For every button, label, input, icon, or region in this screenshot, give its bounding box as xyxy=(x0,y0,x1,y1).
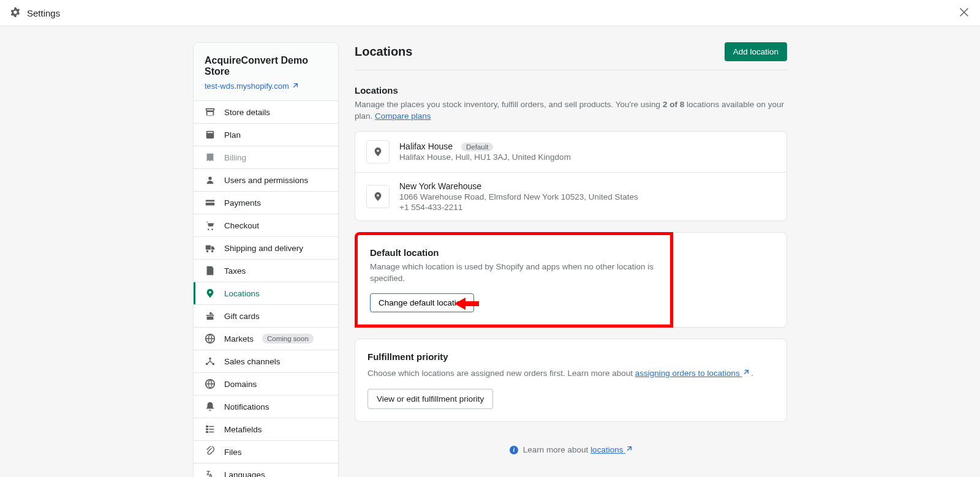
compare-plans-link[interactable]: Compare plans xyxy=(375,111,431,121)
locations-desc: Manage the places you stock inventory, f… xyxy=(355,99,787,122)
shop-name: AcquireConvert Demo Store xyxy=(205,55,327,77)
sidebar-item-domains[interactable]: Domains xyxy=(194,373,338,396)
topbar: Settings xyxy=(0,0,980,26)
locations-help-link[interactable]: locations xyxy=(590,445,632,454)
svg-point-2 xyxy=(209,358,211,360)
billing-icon xyxy=(205,152,216,163)
files-icon xyxy=(205,446,216,457)
sidebar-item-plan[interactable]: Plan xyxy=(194,124,338,146)
taxes-icon xyxy=(205,265,216,276)
gift-icon xyxy=(205,310,216,321)
sidebar-item-payments[interactable]: Payments xyxy=(194,192,338,214)
cart-icon xyxy=(205,220,216,231)
info-icon: i xyxy=(510,446,518,454)
fulfillment-priority-card: Fulfillment priority Choose which locati… xyxy=(355,339,787,423)
sidebar-item-users[interactable]: Users and permissions xyxy=(194,169,338,192)
default-location-section: Default location Manage which location i… xyxy=(355,232,787,339)
main-content: Locations Add location Locations Manage … xyxy=(355,42,787,477)
default-location-desc: Manage which location is used by Shopify… xyxy=(370,261,658,285)
payments-icon xyxy=(205,197,216,208)
languages-icon xyxy=(205,469,216,477)
settings-sidebar: AcquireConvert Demo Store test-wds.mysho… xyxy=(193,42,339,477)
sidebar-item-billing[interactable]: Billing xyxy=(194,146,338,169)
globe-icon xyxy=(205,333,216,344)
fulfillment-heading: Fulfillment priority xyxy=(368,351,774,362)
metafields-icon xyxy=(205,424,216,435)
store-icon xyxy=(205,107,216,118)
sidebar-item-locations[interactable]: Locations xyxy=(194,282,338,305)
sidebar-item-sales-channels[interactable]: Sales channels xyxy=(194,350,338,373)
svg-point-0 xyxy=(208,177,211,180)
locations-heading: Locations xyxy=(355,85,787,96)
sidebar-item-gift-cards[interactable]: Gift cards xyxy=(194,305,338,328)
domains-icon xyxy=(205,378,216,389)
location-pin-icon xyxy=(366,185,390,208)
default-location-heading: Default location xyxy=(370,247,658,258)
bell-icon xyxy=(205,401,216,412)
fulfillment-desc: Choose which locations are assigned new … xyxy=(368,368,774,380)
sidebar-item-store-details[interactable]: Store details xyxy=(194,101,338,124)
location-name: Halifax House xyxy=(399,141,453,151)
location-address: Halifax House, Hull, HU1 3AJ, United Kin… xyxy=(399,152,571,162)
location-row[interactable]: New York Warehouse 1066 Warehouse Road, … xyxy=(355,173,786,220)
footer-learn-more: i Learn more about locations xyxy=(355,433,787,477)
location-pin-icon xyxy=(366,140,390,163)
close-button[interactable] xyxy=(958,6,970,20)
sidebar-item-checkout[interactable]: Checkout xyxy=(194,214,338,237)
default-badge: Default xyxy=(461,143,493,151)
view-fulfillment-priority-button[interactable]: View or edit fulfillment priority xyxy=(368,389,493,409)
locations-intro: Locations Manage the places you stock in… xyxy=(355,85,787,122)
plan-icon xyxy=(205,129,216,140)
channels-icon xyxy=(205,356,216,367)
sidebar-item-languages[interactable]: Languages xyxy=(194,464,338,477)
add-location-button[interactable]: Add location xyxy=(725,42,787,61)
sidebar-item-notifications[interactable]: Notifications xyxy=(194,396,338,418)
location-row[interactable]: Halifax House Default Halifax House, Hul… xyxy=(355,132,786,173)
location-phone: +1 554-433-2211 xyxy=(399,203,638,212)
location-icon xyxy=(205,288,216,299)
sidebar-item-markets[interactable]: MarketsComing soon xyxy=(194,328,338,350)
location-address: 1066 Warehouse Road, Elmsford New York 1… xyxy=(399,192,638,201)
sidebar-item-shipping[interactable]: Shipping and delivery xyxy=(194,237,338,260)
truck-icon xyxy=(205,242,216,254)
annotation-arrow xyxy=(454,296,479,311)
coming-soon-badge: Coming soon xyxy=(262,334,314,344)
gear-icon xyxy=(10,7,21,20)
sidebar-item-metafields[interactable]: Metafields xyxy=(194,418,338,441)
sidebar-item-taxes[interactable]: Taxes xyxy=(194,260,338,282)
page-title: Locations xyxy=(355,45,412,59)
topbar-title: Settings xyxy=(27,8,60,18)
locations-list-card: Halifax House Default Halifax House, Hul… xyxy=(355,131,787,221)
assigning-orders-link[interactable]: assigning orders to locations xyxy=(635,369,749,378)
sidebar-item-files[interactable]: Files xyxy=(194,441,338,464)
location-name: New York Warehouse xyxy=(399,181,481,191)
users-icon xyxy=(205,175,216,186)
shop-url-link[interactable]: test-wds.myshopify.com xyxy=(205,81,298,91)
